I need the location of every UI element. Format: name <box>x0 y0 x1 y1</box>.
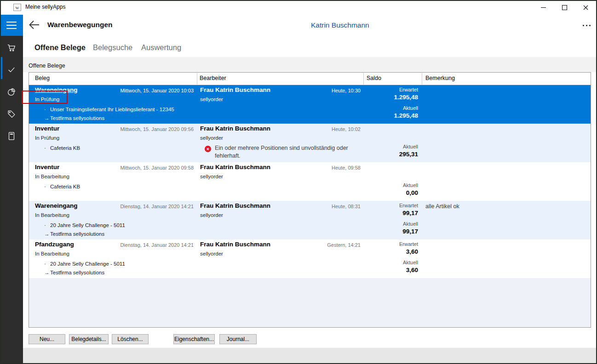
editor-name: Frau Katrin Buschmann <box>200 86 270 93</box>
maximize-button[interactable] <box>554 0 575 15</box>
table-row[interactable]: Inventur Mittwoch, 15. Januar 2020 09:58… <box>29 162 591 201</box>
doc-date: Mittwoch, 15. Januar 2020 10:03 <box>120 88 194 93</box>
doc-date: Mittwoch, 15. Januar 2020 09:56 <box>120 126 194 132</box>
doc-date: Mittwoch, 15. Januar 2020 09:58 <box>120 165 194 171</box>
error-icon: × <box>205 146 211 152</box>
back-arrow-icon <box>28 19 40 31</box>
close-button[interactable] <box>575 0 596 15</box>
doc-status: In Bearbeitung <box>35 174 69 179</box>
editor-name: Frau Katrin Buschmann <box>200 241 270 248</box>
sidebar-item-orders[interactable] <box>0 37 23 59</box>
sidebar-item-reports[interactable] <box>0 81 23 103</box>
column-header-bearbeiter[interactable]: Bearbeiter <box>200 75 226 81</box>
saldo-expected-label: Erwartet <box>399 87 418 92</box>
saldo-actual-value: 3,60 <box>406 267 418 273</box>
new-button[interactable]: Neu... <box>29 334 65 344</box>
delete-button[interactable]: Löschen... <box>112 334 149 344</box>
last-edit-time: Gestern, 14:21 <box>327 242 361 248</box>
table-header: Beleg Bearbeiter Saldo Bemerkung <box>29 73 591 85</box>
minimize-icon <box>541 7 546 8</box>
open-documents-table: Beleg Bearbeiter Saldo Bemerkung Warenei… <box>29 72 591 328</box>
doc-type: Pfandzugang <box>35 241 74 248</box>
saldo-actual-label: Aktuell <box>403 182 418 188</box>
current-user[interactable]: Katrin Buschmann <box>311 21 369 29</box>
saldo-expected-label: Erwartet <box>399 241 418 247</box>
remark-text: alle Artikel ok <box>425 203 459 210</box>
last-edit-time: Heute, 10:30 <box>332 88 361 93</box>
sidebar-item-tasks[interactable] <box>0 59 23 81</box>
menu-button[interactable] <box>0 15 23 36</box>
journal-button[interactable]: Journal... <box>219 334 257 344</box>
editor-app: sellyorder <box>200 135 223 141</box>
saldo-expected-label: Erwartet <box>399 203 418 208</box>
editor-name: Frau Katrin Buschmann <box>200 202 270 209</box>
doc-date: Dienstag, 14. Januar 2020 14:21 <box>120 204 194 209</box>
column-header-saldo[interactable]: Saldo <box>367 75 381 81</box>
minimize-button[interactable] <box>533 0 554 15</box>
editor-name: Frau Katrin Buschmann <box>200 125 270 132</box>
title-bar: w Meine sellyApps <box>0 0 597 15</box>
doc-type: Wareneingang <box>35 202 78 209</box>
saldo-actual-value: 0,00 <box>406 189 418 196</box>
doc-date: Dienstag, 14. Januar 2020 14:21 <box>120 242 194 248</box>
tag-icon <box>6 109 17 119</box>
properties-button[interactable]: Eigenschaften... <box>173 334 215 344</box>
doc-detail-item: ·Cafeteria KB <box>44 184 80 189</box>
saldo-actual-value: 1.295,48 <box>394 112 418 119</box>
table-row[interactable]: Inventur Mittwoch, 15. Januar 2020 09:56… <box>29 124 591 162</box>
saldo-actual-label: Aktuell <box>403 260 418 265</box>
back-button[interactable] <box>28 19 41 32</box>
table-row[interactable]: Wareneingang Dienstag, 14. Januar 2020 1… <box>29 201 591 239</box>
page-title: Warenbewegungen <box>47 21 113 29</box>
sidebar-item-journal[interactable] <box>0 125 23 147</box>
saldo-actual-value: 99,17 <box>402 228 418 235</box>
saldo-actual-label: Aktuell <box>403 105 418 111</box>
column-header-beleg[interactable]: Beleg <box>35 75 50 81</box>
section-band <box>23 57 597 72</box>
hamburger-icon <box>6 22 17 23</box>
document-details-button[interactable]: Belegdetails... <box>69 334 109 344</box>
doc-status: In Prüfung <box>35 97 59 102</box>
table-row[interactable]: Wareneingang Mittwoch, 15. Januar 2020 1… <box>29 85 591 124</box>
app-logo-icon: w <box>13 4 21 11</box>
tab-auswertung[interactable]: Auswertung <box>141 43 181 52</box>
doc-status: In Bearbeitung <box>35 212 69 218</box>
more-options-button[interactable] <box>579 20 594 30</box>
pie-chart-icon <box>6 87 17 97</box>
doc-status: In Bearbeitung <box>35 251 69 256</box>
tab-offene-belege[interactable]: Offene Belege <box>34 43 86 52</box>
table-row[interactable]: Pfandzugang Dienstag, 14. Januar 2020 14… <box>29 239 591 278</box>
last-edit-time: Heute, 09:58 <box>332 165 361 171</box>
close-icon <box>583 5 588 10</box>
doc-detail-item: →Testfirma sellysolutions <box>44 231 104 237</box>
doc-detail-item: →Testfirma sellysolutions <box>44 115 104 121</box>
status-strip <box>23 348 597 364</box>
sidebar <box>0 36 23 364</box>
editor-app: sellyorder <box>200 97 223 102</box>
saldo-actual-label: Aktuell <box>403 221 418 227</box>
more-ellipsis-icon <box>583 25 584 26</box>
sidebar-item-pricing[interactable] <box>0 103 23 125</box>
book-icon <box>6 131 17 141</box>
last-edit-time: Heute, 10:02 <box>332 126 361 132</box>
editor-app: sellyorder <box>200 212 223 218</box>
doc-detail-item: →Testfirma sellysolutions <box>44 270 104 275</box>
section-label: Offene Belege <box>29 63 65 69</box>
error-message: × Ein oder mehrere Positionen sind unvol… <box>205 144 352 160</box>
doc-type: Inventur <box>35 164 59 171</box>
window-title: Meine sellyApps <box>25 4 65 10</box>
column-header-bemerkung[interactable]: Bemerkung <box>425 75 455 81</box>
doc-type: Wareneingang <box>35 86 78 93</box>
doc-detail-item: ·20 Jahre Selly Challenge - 5011 <box>44 222 125 228</box>
doc-status: In Prüfung <box>35 135 59 141</box>
editor-app: sellyorder <box>200 174 223 179</box>
doc-detail-item: ·20 Jahre Selly Challenge - 5011 <box>44 261 125 267</box>
saldo-actual-label: Aktuell <box>403 144 418 149</box>
maximize-icon <box>562 5 567 10</box>
checkmark-icon <box>6 65 17 75</box>
editor-app: sellyorder <box>200 251 223 256</box>
doc-detail-item: ·Cafeteria KB <box>44 145 80 151</box>
tab-belegsuche[interactable]: Belegsuche <box>93 43 132 52</box>
last-edit-time: Heute, 08:31 <box>332 204 361 209</box>
editor-name: Frau Katrin Buschmann <box>200 164 270 171</box>
